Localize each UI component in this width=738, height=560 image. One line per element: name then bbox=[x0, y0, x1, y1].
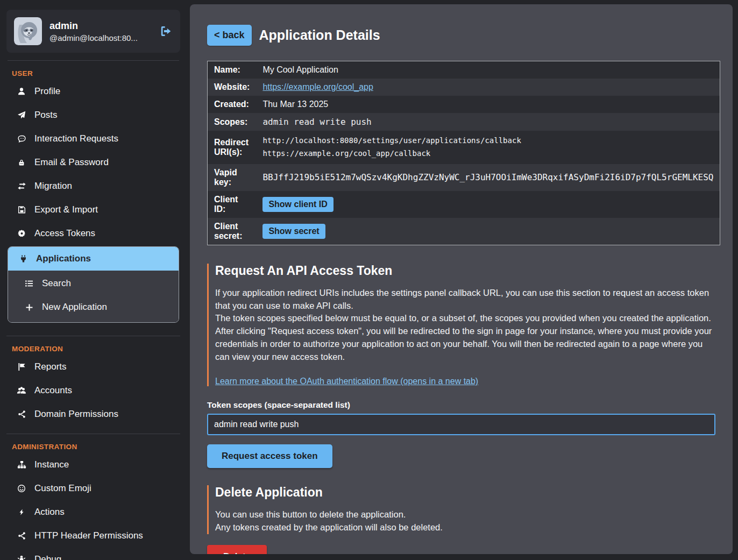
sidebar-item-label: Search bbox=[42, 278, 71, 289]
application-details-table: Name: My Cool Application Website: https… bbox=[207, 61, 720, 245]
share-nodes-icon bbox=[17, 410, 26, 419]
sidebar-item-label: New Application bbox=[42, 302, 107, 313]
table-row-vapid-key: Vapid key: BBJffJ219b5iE512m7wQSzv4KgKDh… bbox=[208, 164, 720, 191]
applications-block: Applications Search New Application bbox=[8, 246, 179, 323]
sloth-avatar-icon bbox=[14, 17, 42, 45]
token-scopes-label: Token scopes (space-separated list) bbox=[207, 400, 715, 410]
user-icon bbox=[17, 87, 26, 96]
sidebar-item-http-header-permissions[interactable]: HTTP Header Permissions bbox=[6, 524, 180, 548]
plug-icon bbox=[18, 254, 28, 263]
token-scopes-input[interactable] bbox=[207, 414, 715, 435]
row-label: Client secret: bbox=[208, 218, 257, 245]
row-value: My Cool Application bbox=[256, 61, 720, 79]
show-client-id-button[interactable]: Show client ID bbox=[262, 197, 333, 212]
users-icon bbox=[17, 386, 26, 395]
table-row-redirect-uris: Redirect URI(s): http://localhost:8080/s… bbox=[208, 131, 720, 164]
list-icon bbox=[24, 279, 34, 288]
sidebar-item-access-tokens[interactable]: Access Tokens bbox=[6, 222, 180, 245]
bolt-icon bbox=[17, 508, 26, 516]
sidebar-item-posts[interactable]: Posts bbox=[6, 103, 180, 127]
sidebar-item-debug[interactable]: Debug bbox=[6, 548, 180, 560]
website-link[interactable]: https://example.org/cool_app bbox=[262, 82, 373, 91]
sidebar-item-accounts[interactable]: Accounts bbox=[6, 379, 180, 402]
row-value: Thu Mar 13 2025 bbox=[256, 96, 720, 113]
sidebar-item-label: Email & Password bbox=[34, 157, 109, 168]
flag-icon bbox=[17, 363, 26, 371]
redirect-uri-1: http://localhost:8080/settings/user/appl… bbox=[262, 134, 713, 147]
lock-icon bbox=[17, 158, 26, 167]
sidebar-item-domain-permissions[interactable]: Domain Permissions bbox=[6, 402, 180, 426]
sidebar-section-user: USER Profile Posts Interaction Requests … bbox=[6, 69, 180, 331]
sidebar-item-label: Debug bbox=[34, 554, 61, 560]
comment-icon bbox=[17, 134, 26, 143]
table-row-website: Website: https://example.org/cool_app bbox=[208, 79, 720, 96]
sidebar-item-label: Applications bbox=[36, 253, 91, 264]
row-label: Name: bbox=[208, 61, 257, 79]
delete-line-1: You can use this button to delete the ap… bbox=[215, 508, 715, 521]
sidebar-section-moderation: MODERATION Reports Accounts Domain Permi… bbox=[6, 336, 180, 429]
table-row-created: Created: Thu Mar 13 2025 bbox=[208, 96, 720, 113]
sidebar-item-interaction-requests[interactable]: Interaction Requests bbox=[6, 127, 180, 151]
sidebar-section-label-moderation: MODERATION bbox=[12, 345, 180, 353]
page-header: < back Application Details bbox=[207, 25, 715, 46]
sidebar-item-migration[interactable]: Migration bbox=[6, 174, 180, 198]
main-panel: < back Application Details Name: My Cool… bbox=[190, 4, 733, 554]
sidebar-item-applications-search[interactable]: Search bbox=[8, 272, 179, 295]
request-token-para-3: After clicking "Request access token", y… bbox=[215, 325, 715, 364]
user-card[interactable]: admin @admin@localhost:80... bbox=[6, 10, 180, 53]
sidebar: admin @admin@localhost:80... USER Profil… bbox=[0, 0, 186, 560]
sidebar-item-label: Migration bbox=[34, 181, 72, 192]
sidebar-item-reports[interactable]: Reports bbox=[6, 355, 180, 379]
user-meta: admin @admin@localhost:80... bbox=[49, 20, 138, 42]
show-secret-button[interactable]: Show secret bbox=[262, 224, 325, 239]
sidebar-item-email-password[interactable]: Email & Password bbox=[6, 151, 180, 174]
request-token-para-2: The token scopes specified below must be… bbox=[215, 312, 715, 325]
request-access-token-button[interactable]: Request access token bbox=[207, 444, 332, 468]
floppy-disk-icon bbox=[17, 205, 26, 214]
sidebar-item-export-import[interactable]: Export & Import bbox=[6, 198, 180, 222]
delete-line-2: Any tokens created by the application wi… bbox=[215, 521, 715, 534]
sidebar-section-label-user: USER bbox=[12, 69, 180, 77]
request-token-description: If your application redirect URIs includ… bbox=[215, 287, 715, 364]
row-label: Client ID: bbox=[208, 191, 257, 218]
sidebar-item-label: Domain Permissions bbox=[34, 409, 118, 420]
table-row-name: Name: My Cool Application bbox=[208, 61, 720, 79]
back-button[interactable]: < back bbox=[207, 25, 252, 46]
row-value: admin read write push bbox=[256, 113, 720, 131]
bug-icon bbox=[17, 555, 26, 560]
sidebar-item-label: Interaction Requests bbox=[34, 133, 118, 144]
table-row-scopes: Scopes: admin read write push bbox=[208, 113, 720, 131]
sidebar-section-administration: ADMINISTRATION Instance Custom Emoji Act… bbox=[6, 434, 180, 560]
row-label: Vapid key: bbox=[208, 164, 257, 191]
sidebar-item-custom-emoji[interactable]: Custom Emoji bbox=[6, 477, 180, 500]
row-label: Created: bbox=[208, 96, 257, 113]
row-label: Redirect URI(s): bbox=[208, 131, 257, 164]
sidebar-item-label: HTTP Header Permissions bbox=[34, 530, 143, 541]
sidebar-section-label-administration: ADMINISTRATION bbox=[12, 443, 180, 451]
sidebar-item-applications[interactable]: Applications bbox=[8, 247, 179, 271]
smiley-icon bbox=[17, 484, 26, 493]
applications-submenu: Search New Application bbox=[8, 271, 179, 322]
redirect-uri-2: https://example.org/cool_app/callback bbox=[262, 147, 713, 160]
sidebar-item-label: Export & Import bbox=[34, 204, 98, 215]
sidebar-item-label: Accounts bbox=[34, 385, 72, 396]
sign-out-icon[interactable] bbox=[160, 25, 173, 37]
sidebar-item-label: Instance bbox=[34, 459, 69, 470]
sidebar-divider bbox=[8, 60, 179, 61]
sidebar-item-label: Reports bbox=[34, 361, 67, 372]
sidebar-item-label: Posts bbox=[34, 110, 58, 120]
sidebar-item-label: Access Tokens bbox=[34, 228, 95, 239]
sidebar-item-instance[interactable]: Instance bbox=[6, 453, 180, 477]
migration-arrows-icon bbox=[17, 182, 26, 190]
delete-button[interactable]: Delete bbox=[207, 545, 267, 554]
sidebar-item-actions[interactable]: Actions bbox=[6, 500, 180, 524]
oauth-docs-link[interactable]: Learn more about the OAuth authenticatio… bbox=[215, 377, 478, 386]
request-token-section: Request An API Access Token If your appl… bbox=[207, 264, 715, 387]
delete-application-section: Delete Application You can use this butt… bbox=[207, 485, 715, 534]
vapid-key-value: BBJffJ219b5iE512m7wQSzv4KgKDhgZZVzNyWC_r… bbox=[256, 164, 720, 191]
table-row-client-id: Client ID: Show client ID bbox=[208, 191, 720, 218]
sidebar-item-label: Custom Emoji bbox=[34, 483, 91, 494]
sidebar-item-applications-new[interactable]: New Application bbox=[8, 295, 179, 319]
row-label: Website: bbox=[208, 79, 257, 96]
sidebar-item-profile[interactable]: Profile bbox=[6, 80, 180, 103]
